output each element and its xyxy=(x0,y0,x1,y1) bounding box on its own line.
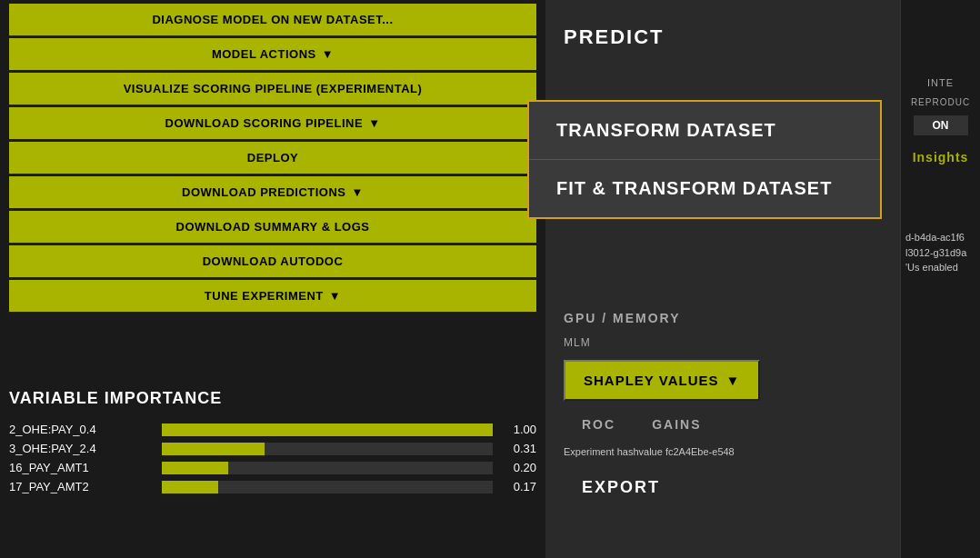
vi-value-1: 1.00 xyxy=(500,423,536,436)
vi-bar-container-4 xyxy=(162,481,493,493)
right-info-container: d-b4da-ac1f6 l3012-g31d9a 'Us enabled xyxy=(901,175,980,280)
download-predictions-arrow: ▼ xyxy=(352,185,364,199)
vi-title: VARIABLE IMPORTANCE xyxy=(9,382,536,414)
vi-bar-3 xyxy=(162,462,228,474)
vi-label-3: 16_PAY_AMT1 xyxy=(9,461,155,474)
download-predictions-btn[interactable]: DOWNLOAD PREDICTIONS ▼ xyxy=(9,176,536,208)
right-info-text-2: l3012-g31d9a xyxy=(905,245,975,261)
middle-content-lower: GPU / MEMORY MLM SHAPLEY VALUES ▼ ROC GA… xyxy=(545,304,900,512)
download-summary-btn[interactable]: DOWNLOAD SUMMARY & LOGS xyxy=(9,211,536,243)
left-panel: DIAGNOSE MODEL ON NEW DATASET... MODEL A… xyxy=(0,0,545,558)
model-actions-arrow: ▼ xyxy=(322,47,334,61)
dropdown-overlay: TRANSFORM DATASET FIT & TRANSFORM DATASE… xyxy=(527,100,882,219)
shapley-values-btn[interactable]: SHAPLEY VALUES ▼ xyxy=(564,360,760,401)
vi-bar-container-1 xyxy=(162,423,493,436)
vi-row-4: 17_PAY_AMT2 0.17 xyxy=(9,480,536,493)
export-btn[interactable]: EXPORT xyxy=(564,467,882,508)
gains-label: GAINS xyxy=(634,412,719,437)
inte-label: INTE xyxy=(901,0,980,93)
roc-gains-row: ROC GAINS xyxy=(545,408,900,441)
model-actions-btn[interactable]: MODEL ACTIONS ▼ xyxy=(9,38,536,70)
deploy-btn[interactable]: DEPLOY xyxy=(9,142,536,174)
download-scoring-label: DOWNLOAD SCORING PIPELINE xyxy=(165,116,364,130)
insights-label[interactable]: Insights xyxy=(901,139,980,175)
tune-experiment-label: TUNE EXPERIMENT xyxy=(205,289,324,303)
vi-row-1: 2_OHE:PAY_0.4 1.00 xyxy=(9,423,536,436)
vi-bar-1 xyxy=(162,423,493,436)
predict-header: PREDICT xyxy=(545,0,900,67)
visualize-btn[interactable]: VISUALIZE SCORING PIPELINE (EXPERIMENTAL… xyxy=(9,73,536,105)
action-buttons-container: DIAGNOSE MODEL ON NEW DATASET... MODEL A… xyxy=(0,0,545,314)
right-panel: INTE REPRODUC ON Insights d-b4da-ac1f6 l… xyxy=(900,0,980,558)
download-predictions-label: DOWNLOAD PREDICTIONS xyxy=(182,185,345,199)
vi-row-3: 16_PAY_AMT1 0.20 xyxy=(9,461,536,474)
vi-bar-4 xyxy=(162,481,218,493)
vi-value-4: 0.17 xyxy=(500,480,536,493)
diagnose-btn[interactable]: DIAGNOSE MODEL ON NEW DATASET... xyxy=(9,4,536,35)
tune-experiment-arrow: ▼ xyxy=(329,289,341,303)
vi-value-3: 0.20 xyxy=(500,461,536,474)
reproduc-label: REPRODUC xyxy=(901,93,980,112)
shapley-values-label: SHAPLEY VALUES xyxy=(584,373,718,388)
experiment-id-text: Experiment hashvalue fc2A4Ebe-e548 xyxy=(545,441,900,463)
vi-value-2: 0.31 xyxy=(500,442,536,455)
fit-transform-dataset-option[interactable]: FIT & TRANSFORM DATASET xyxy=(529,160,880,217)
download-scoring-arrow: ▼ xyxy=(368,116,380,130)
vi-row-2: 3_OHE:PAY_2.4 0.31 xyxy=(9,442,536,455)
right-info-text-3: 'Us enabled xyxy=(905,260,975,275)
vi-label-1: 2_OHE:PAY_0.4 xyxy=(9,423,155,436)
middle-panel: PREDICT GPU / MEMORY MLM SHAPLEY VALUES … xyxy=(545,0,900,558)
roc-label: ROC xyxy=(564,412,634,437)
variable-importance-section: VARIABLE IMPORTANCE 2_OHE:PAY_0.4 1.00 3… xyxy=(9,382,536,558)
vi-bar-2 xyxy=(162,443,265,455)
experiment-text-value: Experiment hashvalue fc2A4Ebe-e548 xyxy=(564,446,735,457)
model-label: MLM xyxy=(545,333,900,353)
vi-bar-container-2 xyxy=(162,443,493,455)
vi-bar-container-3 xyxy=(162,462,493,474)
transform-dataset-option[interactable]: TRANSFORM DATASET xyxy=(529,102,880,160)
export-section: EXPORT xyxy=(545,463,900,512)
gpu-memory-label: GPU / MEMORY xyxy=(545,304,900,333)
vi-label-2: 3_OHE:PAY_2.4 xyxy=(9,442,155,455)
model-actions-label: MODEL ACTIONS xyxy=(212,47,316,61)
on-badge[interactable]: ON xyxy=(914,115,968,135)
right-info-text-1: d-b4da-ac1f6 xyxy=(905,230,975,245)
shapley-arrow-icon: ▼ xyxy=(725,373,740,388)
download-autodoc-btn[interactable]: DOWNLOAD AUTODOC xyxy=(9,245,536,277)
tune-experiment-btn[interactable]: TUNE EXPERIMENT ▼ xyxy=(9,280,536,312)
vi-label-4: 17_PAY_AMT2 xyxy=(9,480,155,493)
download-scoring-btn[interactable]: DOWNLOAD SCORING PIPELINE ▼ xyxy=(9,107,536,139)
